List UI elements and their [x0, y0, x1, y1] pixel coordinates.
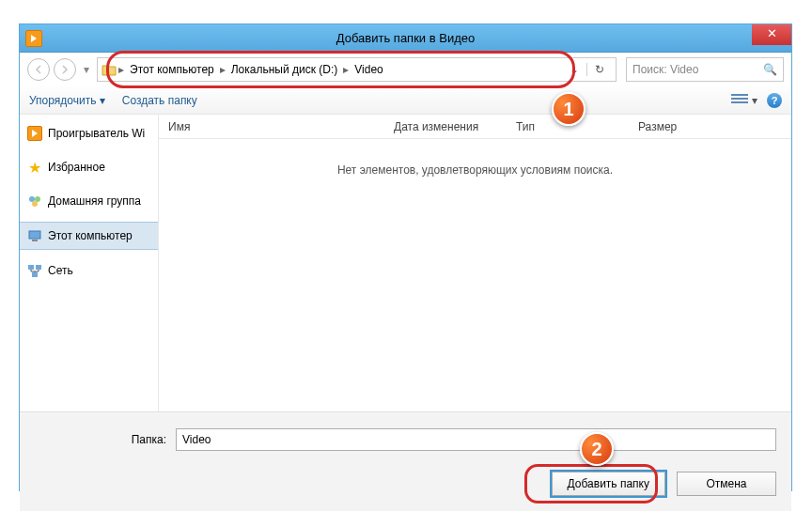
svg-point-1	[35, 196, 40, 202]
body-area: Проигрыватель Wi ★ Избранное Домашняя гр…	[20, 115, 791, 411]
forward-button[interactable]	[54, 58, 76, 81]
annotation-callout-2: 2	[580, 432, 614, 466]
window-title: Добавить папки в Видео	[20, 31, 791, 45]
address-dropdown-icon[interactable]: ⌄	[564, 63, 585, 76]
computer-icon	[27, 228, 42, 243]
sidebar-item-this-pc[interactable]: Этот компьютер	[20, 222, 158, 250]
back-button[interactable]	[27, 58, 50, 81]
file-list-area: Имя Дата изменения Тип Размер Нет элемен…	[159, 115, 791, 411]
help-icon[interactable]: ?	[767, 93, 782, 108]
address-bar[interactable]: ▸ Этот компьютер ▸ Локальный диск (D:) ▸…	[97, 57, 617, 82]
sidebar-item-label: Сеть	[48, 264, 73, 277]
refresh-button[interactable]: ↻	[586, 63, 612, 76]
column-size[interactable]: Размер	[629, 120, 723, 133]
titlebar: Добавить папки в Видео ✕	[20, 24, 791, 53]
close-button[interactable]: ✕	[752, 24, 791, 45]
sidebar-item-favorites[interactable]: ★ Избранное	[20, 154, 158, 180]
column-date[interactable]: Дата изменения	[384, 120, 507, 133]
view-options-button[interactable]: ▾	[731, 94, 757, 107]
svg-rect-4	[32, 240, 38, 241]
sidebar-item-label: Проигрыватель Wi	[48, 127, 145, 140]
chevron-right-icon: ▸	[220, 63, 226, 76]
button-row: Добавить папку Отмена	[35, 472, 776, 496]
list-view-icon	[731, 94, 748, 107]
svg-point-0	[29, 196, 35, 202]
search-input[interactable]: Поиск: Video 🔍	[626, 57, 784, 82]
chevron-right-icon: ▸	[343, 63, 349, 76]
network-icon	[27, 263, 42, 278]
sidebar-item-network[interactable]: Сеть	[20, 257, 158, 284]
svg-rect-3	[29, 231, 40, 239]
navigation-row: ▾ ▸ Этот компьютер ▸ Локальный диск (D:)…	[20, 53, 791, 86]
new-folder-button[interactable]: Создать папку	[122, 94, 197, 107]
folder-row: Папка:	[35, 428, 776, 451]
svg-point-2	[32, 201, 38, 207]
cancel-button[interactable]: Отмена	[677, 472, 776, 496]
sidebar-item-homegroup[interactable]: Домашняя группа	[20, 188, 158, 214]
sidebar-item-label: Избранное	[48, 161, 105, 174]
sidebar: Проигрыватель Wi ★ Избранное Домашняя гр…	[20, 115, 159, 411]
sidebar-item-player[interactable]: Проигрыватель Wi	[20, 120, 158, 147]
organize-menu[interactable]: Упорядочить ▾	[29, 94, 105, 107]
folder-input[interactable]	[176, 428, 776, 451]
sidebar-item-label: Этот компьютер	[48, 229, 133, 242]
recent-dropdown-icon[interactable]: ▾	[80, 63, 93, 76]
svg-rect-7	[32, 272, 38, 277]
folder-label: Папка:	[35, 433, 166, 446]
toolbar: Упорядочить ▾ Создать папку ▾ ?	[20, 86, 791, 115]
annotation-callout-1: 1	[552, 92, 586, 126]
column-headers: Имя Дата изменения Тип Размер	[159, 115, 791, 139]
homegroup-icon	[27, 194, 42, 209]
svg-rect-6	[36, 265, 41, 270]
dialog-window: Добавить папки в Видео ✕ ▾ ▸ Этот компью…	[19, 23, 792, 491]
search-placeholder: Поиск: Video	[632, 63, 698, 76]
breadcrumb-pc[interactable]: Этот компьютер	[126, 63, 218, 76]
column-name[interactable]: Имя	[159, 120, 384, 133]
svg-rect-5	[28, 265, 34, 270]
breadcrumb-folder[interactable]: Video	[351, 63, 386, 76]
add-folder-button[interactable]: Добавить папку	[552, 472, 665, 496]
bottom-panel: Папка: Добавить папку Отмена	[20, 415, 791, 511]
chevron-right-icon: ▸	[118, 63, 124, 76]
wmp-icon	[27, 126, 42, 141]
empty-message: Нет элементов, удовлетворяющих условиям …	[159, 163, 791, 177]
folder-icon	[102, 63, 117, 76]
breadcrumb-drive[interactable]: Локальный диск (D:)	[227, 63, 342, 76]
sidebar-item-label: Домашняя группа	[48, 194, 141, 208]
star-icon: ★	[27, 160, 42, 175]
search-icon: 🔍	[763, 63, 777, 76]
